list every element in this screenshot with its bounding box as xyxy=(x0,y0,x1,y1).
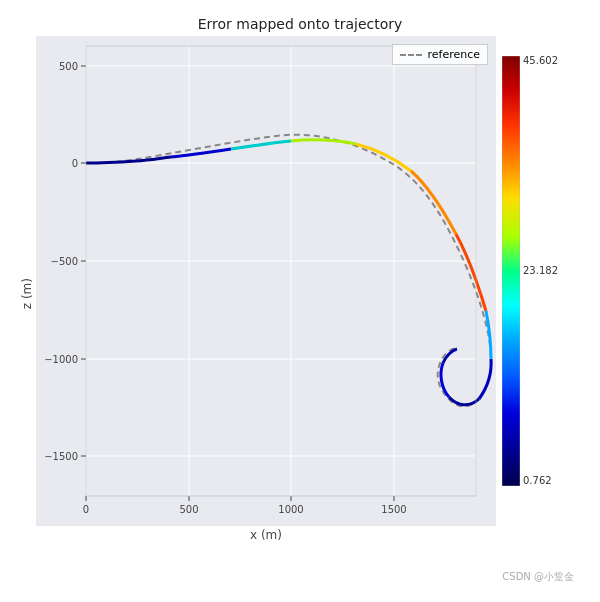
legend-dash-icon xyxy=(400,54,422,56)
svg-text:−500: −500 xyxy=(51,256,78,267)
colorbar-min-label: 0.762 xyxy=(523,476,558,486)
plot-and-colorbar: reference xyxy=(36,36,558,542)
svg-rect-30 xyxy=(502,56,520,486)
colorbar-max-label: 45.602 xyxy=(523,56,558,66)
svg-text:−1500: −1500 xyxy=(44,451,78,462)
plot-svg: 0 500 1000 1500 500 0 −500 −1000 xyxy=(36,36,496,526)
svg-rect-0 xyxy=(86,46,476,496)
colorbar-mid-label: 23.182 xyxy=(523,266,558,276)
plot-outer: reference xyxy=(36,36,496,542)
svg-text:0: 0 xyxy=(72,158,78,169)
x-axis-label: x (m) xyxy=(36,528,496,542)
legend-label: reference xyxy=(427,48,480,61)
chart-title: Error mapped onto trajectory xyxy=(20,16,580,32)
inner-wrap: z (m) reference xyxy=(20,36,580,542)
svg-text:−1000: −1000 xyxy=(44,354,78,365)
svg-text:500: 500 xyxy=(59,61,78,72)
chart-container: Error mapped onto trajectory z (m) refer… xyxy=(0,0,600,602)
watermark: CSDN @小踅金 xyxy=(502,570,574,584)
colorbar-area: 45.602 23.182 0.762 xyxy=(502,56,558,486)
y-axis-label: z (m) xyxy=(20,278,34,309)
svg-text:0: 0 xyxy=(83,504,89,515)
svg-text:500: 500 xyxy=(179,504,198,515)
legend-box: reference xyxy=(392,44,488,65)
colorbar-gradient-svg xyxy=(502,56,520,486)
svg-text:1000: 1000 xyxy=(278,504,303,515)
svg-text:1500: 1500 xyxy=(381,504,406,515)
chart-area: Error mapped onto trajectory z (m) refer… xyxy=(20,16,580,586)
colorbar-ticks: 45.602 23.182 0.762 xyxy=(523,56,558,486)
